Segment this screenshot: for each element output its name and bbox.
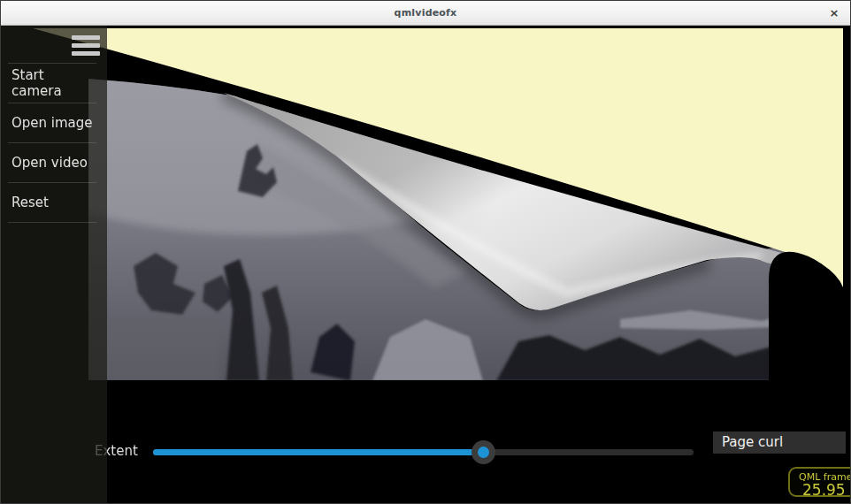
extent-slider[interactable] [153, 449, 694, 455]
app-window: qmlvideofx × [0, 0, 851, 504]
sidebar-item-start-camera[interactable]: Start camera [8, 64, 96, 103]
sidebar-item-reset[interactable]: Reset [8, 183, 96, 223]
menu-button[interactable] [72, 35, 102, 58]
window-title: qmlvideofx [1, 7, 850, 19]
hamburger-icon [72, 35, 100, 40]
slider-fill [153, 449, 484, 455]
sidebar-menu: Start camera Open image Open video Reset [8, 63, 96, 223]
close-button[interactable]: × [825, 4, 843, 22]
title-bar: qmlvideofx × [1, 1, 850, 26]
sidebar-item-open-image[interactable]: Open image [8, 103, 96, 143]
curl-roll-shadow [769, 252, 841, 380]
hamburger-icon [72, 43, 100, 48]
sidebar: Start camera Open image Open video Reset [1, 26, 107, 503]
content-area: Extent Page curl Start camera Open image… [1, 26, 850, 503]
sidebar-item-open-video[interactable]: Open video [8, 143, 96, 183]
effect-selector-button[interactable]: Page curl [713, 431, 846, 454]
fps-value: 25.95 [802, 481, 846, 497]
hamburger-icon [72, 51, 100, 56]
slider-handle-dot [478, 447, 489, 458]
fps-overlay: QML frame r… 25.95 [788, 467, 851, 497]
